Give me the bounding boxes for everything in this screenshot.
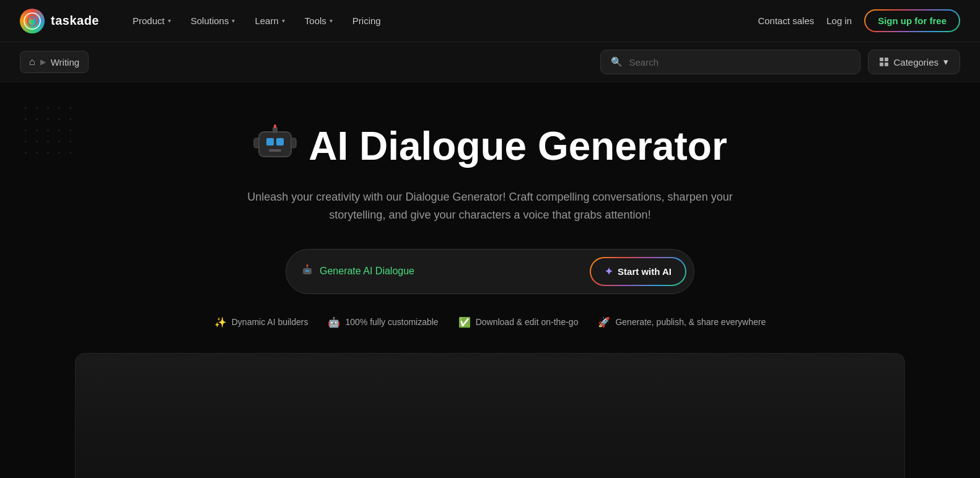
nav-left: taskade Product ▾ Solutions ▾ Learn ▾ To… [20,9,390,33]
nav-link-solutions[interactable]: Solutions ▾ [182,11,244,31]
tools-chevron: ▾ [330,17,333,24]
cta-box: Generate AI Dialogue ✦ Start with AI [286,249,694,294]
main-nav: taskade Product ▾ Solutions ▾ Learn ▾ To… [0,0,980,42]
home-icon: ⌂ [29,56,35,67]
feature-pill-download: ✅ Download & edit on-the-go [458,316,579,328]
robot-hero-icon [253,120,297,173]
start-ai-label: Start with AI [618,266,672,277]
svg-rect-4 [266,138,274,146]
hero-subtitle: Unleash your creativity with our Dialogu… [224,188,756,224]
download-label: Download & edit on-the-go [476,317,579,327]
svg-rect-5 [276,138,284,146]
main-content: AI Dialogue Generator Unleash your creat… [0,82,980,478]
categories-label: Categories [893,57,938,67]
preview-area [75,353,905,478]
nav-link-tools[interactable]: Tools ▾ [296,11,341,31]
contact-sales-link[interactable]: Contact sales [758,15,814,26]
breadcrumb-bar: ⌂ ▶ Writing 🔍 Search Categories ▾ [0,42,980,82]
nav-link-learn[interactable]: Learn ▾ [246,11,293,31]
solutions-chevron: ▾ [232,17,235,24]
nav-link-pricing[interactable]: Pricing [344,11,390,31]
hero-title: AI Dialogue Generator [308,124,727,168]
feature-pill-publish: 🚀 Generate, publish, & share everywhere [598,316,766,328]
start-ai-button[interactable]: ✦ Start with AI [590,257,686,286]
product-label: Product [133,15,165,26]
publish-icon: 🚀 [598,316,610,328]
cta-input-area[interactable]: Generate AI Dialogue [301,264,590,279]
svg-point-15 [307,264,308,266]
breadcrumb-page: Writing [51,57,79,67]
signup-button[interactable]: Sign up for free [864,9,960,32]
svg-rect-13 [307,270,309,272]
product-chevron: ▾ [168,17,171,24]
nav-link-product[interactable]: Product ▾ [124,11,180,31]
sparkle-icon: ✦ [605,266,613,277]
categories-button[interactable]: Categories ▾ [868,50,960,74]
learn-chevron: ▾ [282,17,285,24]
svg-rect-3 [259,132,291,157]
logo-icon [20,9,45,33]
tools-label: Tools [305,15,326,26]
dynamic-icon: ✨ [214,316,227,328]
feature-pills: ✨ Dynamic AI builders 🤖 100% fully custo… [214,316,766,328]
nav-links: Product ▾ Solutions ▾ Learn ▾ Tools ▾ Pr… [124,11,390,31]
search-categories-wrap: 🔍 Search Categories ▾ [600,50,960,74]
svg-rect-8 [274,124,276,128]
categories-grid-icon [880,58,888,66]
svg-rect-6 [269,149,281,152]
breadcrumb[interactable]: ⌂ ▶ Writing [20,51,89,73]
dot-grid-decoration [25,107,76,158]
download-icon: ✅ [458,316,471,328]
svg-rect-12 [305,270,307,272]
svg-rect-9 [254,138,259,148]
feature-pill-dynamic: ✨ Dynamic AI builders [214,316,308,328]
login-button[interactable]: Log in [826,15,852,26]
search-bar[interactable]: 🔍 Search [600,50,860,74]
solutions-label: Solutions [191,15,229,26]
breadcrumb-arrow: ▶ [40,58,46,66]
feature-pill-customizable: 🤖 100% fully customizable [328,316,438,328]
svg-point-2 [30,19,34,23]
search-placeholder: Search [629,57,658,67]
dynamic-label: Dynamic AI builders [232,317,308,327]
pricing-label: Pricing [352,15,381,26]
customizable-icon: 🤖 [328,316,340,328]
categories-chevron: ▾ [943,56,948,67]
logo-text: taskade [51,14,99,28]
cta-placeholder-text: Generate AI Dialogue [320,266,414,277]
learn-label: Learn [255,15,278,26]
search-icon: 🔍 [611,56,623,67]
cta-robot-icon [301,264,313,279]
publish-label: Generate, publish, & share everywhere [615,317,766,327]
nav-right: Contact sales Log in Sign up for free [758,9,960,32]
logo[interactable]: taskade [20,9,99,33]
customizable-label: 100% fully customizable [345,317,438,327]
hero-title-wrap: AI Dialogue Generator [253,120,727,173]
svg-rect-10 [291,138,296,148]
